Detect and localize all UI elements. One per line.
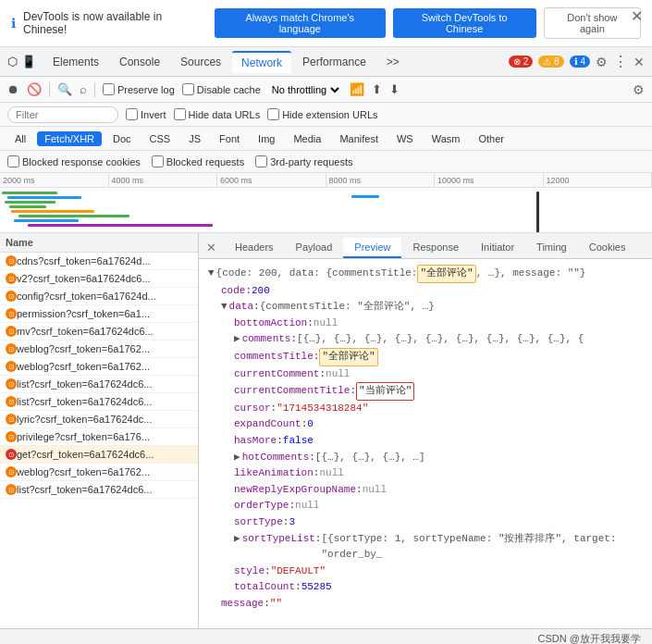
hide-ext-label[interactable]: Hide extension URLs xyxy=(267,108,377,120)
tab-initiator[interactable]: Initiator xyxy=(470,238,525,258)
expand-arrow-sort[interactable]: ▶ xyxy=(234,531,240,548)
expand-arrow-data[interactable]: ▼ xyxy=(221,299,228,316)
third-party-checkbox[interactable] xyxy=(255,155,267,167)
json-row-expand-count: expandCount : 0 xyxy=(208,416,643,433)
type-btn-manifest[interactable]: Manifest xyxy=(332,131,386,146)
detail-close-icon[interactable]: ✕ xyxy=(199,237,224,258)
type-btn-ws[interactable]: WS xyxy=(389,131,421,146)
type-btn-wasm[interactable]: Wasm xyxy=(424,131,468,146)
invert-label[interactable]: Invert xyxy=(126,108,166,120)
download-icon[interactable]: ⬇ xyxy=(389,82,400,96)
close-icon[interactable]: ✕ xyxy=(631,7,643,25)
json-value-null: null xyxy=(314,316,338,332)
json-row-like-animation: likeAnimation : null xyxy=(208,465,643,482)
tab-performance[interactable]: Performance xyxy=(293,52,375,72)
settings-icon[interactable]: ⚙ xyxy=(596,55,608,69)
match-language-button[interactable]: Always match Chrome's language xyxy=(215,8,386,38)
record-icon[interactable]: ⏺ xyxy=(7,82,19,96)
switch-chinese-button[interactable]: Switch DevTools to Chinese xyxy=(393,8,536,38)
json-key-comments-title: commentsTitle xyxy=(234,349,314,365)
type-btn-doc[interactable]: Doc xyxy=(105,131,139,146)
tab-network[interactable]: Network xyxy=(232,51,291,73)
tab-payload[interactable]: Payload xyxy=(285,238,344,258)
json-key-code: code xyxy=(221,283,245,300)
type-btn-media[interactable]: Media xyxy=(286,131,328,146)
preserve-log-checkbox[interactable] xyxy=(103,83,115,95)
json-viewer[interactable]: ▼ {code: 200, data: {commentsTitle: "全部评… xyxy=(199,259,652,628)
info-badge: ℹ 4 xyxy=(570,56,590,68)
inspect-icon[interactable]: ⬡ xyxy=(7,55,18,68)
tl-bar xyxy=(7,196,81,199)
request-item[interactable]: ⊙ weblog?csrf_token=6a1762... xyxy=(0,358,198,376)
request-item[interactable]: ⊙ list?csrf_token=6a17624dc6... xyxy=(0,393,198,411)
third-party-label[interactable]: 3rd-party requests xyxy=(255,155,352,167)
request-item-selected[interactable]: ⊙ get?csrf_token=6a17624dc6... xyxy=(0,446,198,464)
wifi-icon[interactable]: 📶 xyxy=(350,82,364,96)
disable-cache-checkbox[interactable] xyxy=(182,83,194,95)
type-btn-js[interactable]: JS xyxy=(181,131,208,146)
type-btn-other[interactable]: Other xyxy=(471,131,511,146)
request-item[interactable]: ⊙ list?csrf_token=6a17624dc6... xyxy=(0,481,198,499)
more-options-icon[interactable]: ⋮ xyxy=(613,53,628,70)
upload-icon[interactable]: ⬆ xyxy=(372,82,382,96)
device-icon[interactable]: 📱 xyxy=(21,55,36,68)
request-item[interactable]: ⊙ privilege?csrf_token=6a176... xyxy=(0,428,198,446)
type-btn-font[interactable]: Font xyxy=(212,131,247,146)
search-icon[interactable]: ⌕ xyxy=(80,82,87,96)
request-item[interactable]: ⊙ weblog?csrf_token=6a1762... xyxy=(0,341,198,358)
warning-badge: ⚠ 8 xyxy=(538,56,563,68)
request-item[interactable]: ⊙ config?csrf_token=6a17624d... xyxy=(0,288,198,305)
disable-cache-label[interactable]: Disable cache xyxy=(182,83,261,95)
expand-arrow-comments[interactable]: ▶ xyxy=(234,331,240,348)
tab-sources[interactable]: Sources xyxy=(171,52,230,72)
blocked-cookies-checkbox[interactable] xyxy=(7,155,19,167)
hide-data-checkbox[interactable] xyxy=(174,108,186,120)
type-btn-css[interactable]: CSS xyxy=(142,131,178,146)
tab-response[interactable]: Response xyxy=(401,238,470,258)
tl-bar xyxy=(28,224,213,227)
devtools-close-icon[interactable]: ✕ xyxy=(634,55,645,69)
blocked-requests-label[interactable]: Blocked requests xyxy=(152,155,244,167)
req-name: permission?csrf_token=6a1... xyxy=(17,308,192,319)
request-item[interactable]: ⊙ lyric?csrf_token=6a17624dc... xyxy=(0,411,198,428)
preserve-log-label[interactable]: Preserve log xyxy=(103,83,175,95)
tab-timing[interactable]: Timing xyxy=(525,238,578,258)
type-btn-all[interactable]: All xyxy=(7,131,33,146)
throttle-select[interactable]: No throttling xyxy=(268,83,342,96)
clear-icon[interactable]: 🚫 xyxy=(27,82,42,96)
hide-ext-checkbox[interactable] xyxy=(267,108,279,120)
request-list[interactable]: Name ⊙ cdns?csrf_token=6a17624d... ⊙ v2?… xyxy=(0,233,199,628)
req-type-icon: ⊙ xyxy=(6,361,17,372)
request-item[interactable]: ⊙ mv?csrf_token=6a17624dc6... xyxy=(0,323,198,341)
request-item[interactable]: ⊙ list?csrf_token=6a17624dc6... xyxy=(0,376,198,393)
hide-data-label[interactable]: Hide data URLs xyxy=(174,108,261,120)
req-name: list?csrf_token=6a17624dc6... xyxy=(17,378,192,390)
main-area: Name ⊙ cdns?csrf_token=6a17624d... ⊙ v2?… xyxy=(0,233,652,628)
filter-icon[interactable]: 🔍 xyxy=(57,82,72,96)
request-item[interactable]: ⊙ weblog?csrf_token=6a1762... xyxy=(0,464,198,481)
tab-elements[interactable]: Elements xyxy=(43,52,108,72)
dont-show-button[interactable]: Don't show again xyxy=(544,7,641,39)
type-btn-fetch[interactable]: Fetch/XHR xyxy=(37,131,102,146)
csdn-watermark: CSDN @放开我我要学 xyxy=(538,632,641,644)
json-key-current-comment: currentComment xyxy=(234,366,319,383)
tab-headers[interactable]: Headers xyxy=(224,238,285,258)
tab-cookies[interactable]: Cookies xyxy=(578,238,637,258)
request-item[interactable]: ⊙ cdns?csrf_token=6a17624d... xyxy=(0,253,198,270)
tab-preview[interactable]: Preview xyxy=(343,238,401,258)
json-key-expand-count: expandCount xyxy=(234,416,301,433)
expand-arrow-hot[interactable]: ▶ xyxy=(234,450,240,466)
json-value-null3: null xyxy=(319,465,343,482)
invert-checkbox[interactable] xyxy=(126,108,138,120)
request-item[interactable]: ⊙ permission?csrf_token=6a1... xyxy=(0,305,198,323)
json-row-current-comment: currentComment : null xyxy=(208,366,643,383)
filter-input[interactable] xyxy=(7,106,118,123)
type-btn-img[interactable]: Img xyxy=(251,131,282,146)
request-item[interactable]: ⊙ v2?csrf_token=6a17624dc6... xyxy=(0,270,198,288)
tab-console[interactable]: Console xyxy=(110,52,169,72)
network-settings-icon[interactable]: ⚙ xyxy=(633,82,645,97)
tab-more[interactable]: >> xyxy=(377,52,409,72)
expand-arrow[interactable]: ▼ xyxy=(208,266,215,282)
blocked-requests-checkbox[interactable] xyxy=(152,155,164,167)
blocked-cookies-label[interactable]: Blocked response cookies xyxy=(7,155,141,167)
